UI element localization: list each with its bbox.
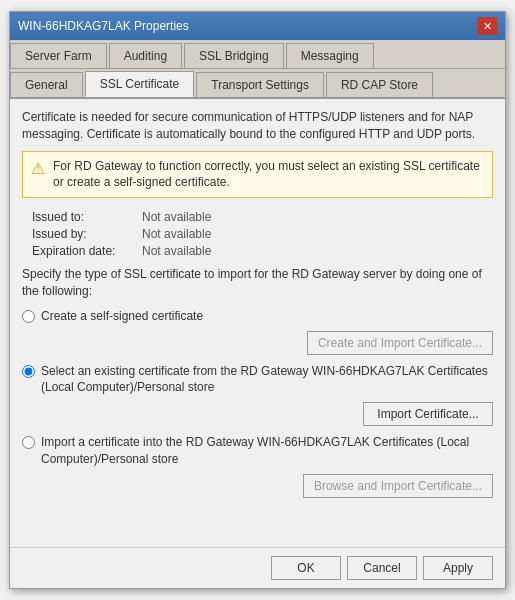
tab-transport-settings[interactable]: Transport Settings bbox=[196, 72, 324, 97]
main-window: WIN-66HDKAG7LAK Properties ✕ Server Farm… bbox=[9, 11, 506, 589]
window-title: WIN-66HDKAG7LAK Properties bbox=[18, 19, 189, 33]
label-create-self-signed: Create a self-signed certificate bbox=[41, 308, 203, 325]
issued-by-value: Not available bbox=[142, 227, 493, 241]
radio-select-existing[interactable] bbox=[22, 365, 35, 378]
content-area: Certificate is needed for secure communi… bbox=[10, 99, 505, 547]
info-text: Certificate is needed for secure communi… bbox=[22, 109, 493, 143]
expiration-label: Expiration date: bbox=[32, 244, 142, 258]
tab-messaging[interactable]: Messaging bbox=[286, 43, 374, 68]
option-create-self-signed: Create a self-signed certificate Create … bbox=[22, 308, 493, 355]
tab-auditing[interactable]: Auditing bbox=[109, 43, 182, 68]
tab-general[interactable]: General bbox=[10, 72, 83, 97]
specify-text: Specify the type of SSL certificate to i… bbox=[22, 266, 493, 300]
expiration-value: Not available bbox=[142, 244, 493, 258]
tab-ssl-certificate[interactable]: SSL Certificate bbox=[85, 71, 195, 97]
tab-rd-cap-store[interactable]: RD CAP Store bbox=[326, 72, 433, 97]
radio-import-from-store[interactable] bbox=[22, 436, 35, 449]
cert-info-grid: Issued to: Not available Issued by: Not … bbox=[32, 210, 493, 258]
ok-button[interactable]: OK bbox=[271, 556, 341, 580]
browse-import-cert-button[interactable]: Browse and Import Certificate... bbox=[303, 474, 493, 498]
cancel-button[interactable]: Cancel bbox=[347, 556, 417, 580]
issued-by-label: Issued by: bbox=[32, 227, 142, 241]
tab-ssl-bridging[interactable]: SSL Bridging bbox=[184, 43, 284, 68]
apply-button[interactable]: Apply bbox=[423, 556, 493, 580]
close-button[interactable]: ✕ bbox=[477, 17, 497, 35]
tabs-row2: General SSL Certificate Transport Settin… bbox=[10, 69, 505, 99]
warning-icon: ⚠ bbox=[31, 159, 45, 178]
option-select-existing: Select an existing certificate from the … bbox=[22, 363, 493, 427]
create-import-cert-button[interactable]: Create and Import Certificate... bbox=[307, 331, 493, 355]
tabs-row1: Server Farm Auditing SSL Bridging Messag… bbox=[10, 40, 505, 69]
option-import-from-store: Import a certificate into the RD Gateway… bbox=[22, 434, 493, 498]
warning-box: ⚠ For RD Gateway to function correctly, … bbox=[22, 151, 493, 199]
tab-server-farm[interactable]: Server Farm bbox=[10, 43, 107, 68]
radio-create-self-signed[interactable] bbox=[22, 310, 35, 323]
issued-to-value: Not available bbox=[142, 210, 493, 224]
label-import-from-store: Import a certificate into the RD Gateway… bbox=[41, 434, 493, 468]
title-bar: WIN-66HDKAG7LAK Properties ✕ bbox=[10, 12, 505, 40]
warning-text: For RD Gateway to function correctly, yo… bbox=[53, 158, 484, 192]
footer: OK Cancel Apply bbox=[10, 547, 505, 588]
import-certificate-button[interactable]: Import Certificate... bbox=[363, 402, 493, 426]
issued-to-label: Issued to: bbox=[32, 210, 142, 224]
label-select-existing: Select an existing certificate from the … bbox=[41, 363, 493, 397]
